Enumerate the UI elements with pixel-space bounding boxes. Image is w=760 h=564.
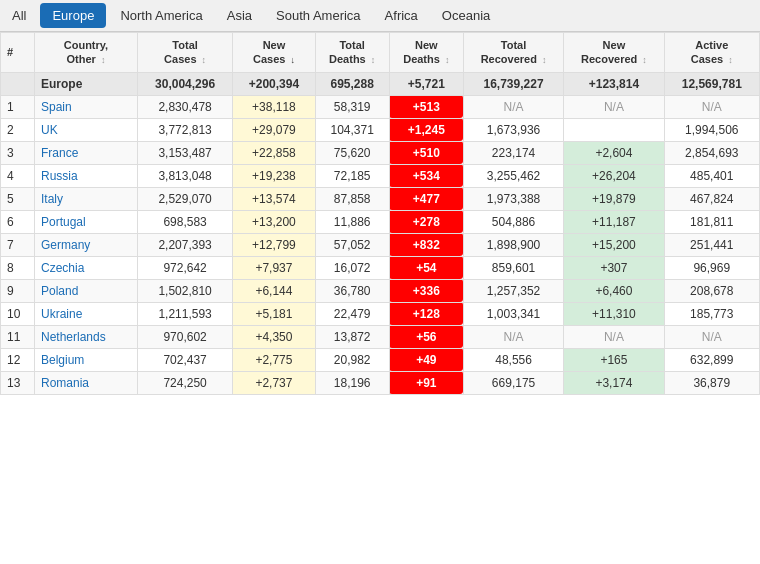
row-country[interactable]: Russia [35,164,138,187]
row-active-cases: N/A [664,95,759,118]
row-total-cases: 2,207,393 [137,233,232,256]
row-total-deaths: 58,319 [315,95,389,118]
row-new-deaths: +56 [389,325,463,348]
col-header-new-deaths[interactable]: NewDeaths ↕ [389,33,463,73]
tab-asia[interactable]: Asia [215,3,264,28]
row-active-cases: 2,854,693 [664,141,759,164]
row-total-cases: 970,602 [137,325,232,348]
country-link-romania[interactable]: Romania [41,376,89,390]
row-num: 1 [1,95,35,118]
tab-europe[interactable]: Europe [40,3,106,28]
data-table-wrap: #Country,Other ↕TotalCases ↕NewCases ↓To… [0,32,760,395]
tab-south-america[interactable]: South America [264,3,373,28]
row-new-recovered: +11,187 [564,210,664,233]
row-num: 2 [1,118,35,141]
row-country[interactable]: France [35,141,138,164]
row-country[interactable]: Germany [35,233,138,256]
col-header-total-recovered[interactable]: TotalRecovered ↕ [463,33,563,73]
col-header-active-cases[interactable]: ActiveCases ↕ [664,33,759,73]
summary-cell-2: 30,004,296 [137,72,232,95]
country-link-netherlands[interactable]: Netherlands [41,330,106,344]
row-country[interactable]: Poland [35,279,138,302]
country-link-belgium[interactable]: Belgium [41,353,84,367]
row-active-cases: 181,811 [664,210,759,233]
row-new-cases: +2,737 [233,371,315,394]
row-total-recovered: 1,898,900 [463,233,563,256]
row-total-deaths: 18,196 [315,371,389,394]
table-row: 11Netherlands970,602+4,35013,872+56N/AN/… [1,325,760,348]
country-link-portugal[interactable]: Portugal [41,215,86,229]
row-num: 12 [1,348,35,371]
summary-cell-7: +123,814 [564,72,664,95]
row-active-cases: 632,899 [664,348,759,371]
table-row: 8Czechia972,642+7,93716,072+54859,601+30… [1,256,760,279]
row-new-cases: +6,144 [233,279,315,302]
table-row: 2UK3,772,813+29,079104,371+1,2451,673,93… [1,118,760,141]
row-new-recovered [564,118,664,141]
row-total-cases: 3,813,048 [137,164,232,187]
row-new-cases: +22,858 [233,141,315,164]
row-country[interactable]: Romania [35,371,138,394]
row-total-deaths: 75,620 [315,141,389,164]
row-new-cases: +29,079 [233,118,315,141]
sort-icon: ↓ [290,55,295,65]
row-total-cases: 698,583 [137,210,232,233]
row-new-recovered: +3,174 [564,371,664,394]
row-new-recovered: +2,604 [564,141,664,164]
row-total-recovered: 1,257,352 [463,279,563,302]
col-header-new-recovered[interactable]: NewRecovered ↕ [564,33,664,73]
summary-cell-3: +200,394 [233,72,315,95]
row-new-recovered: +6,460 [564,279,664,302]
row-num: 8 [1,256,35,279]
country-link-ukraine[interactable]: Ukraine [41,307,82,321]
country-link-poland[interactable]: Poland [41,284,78,298]
country-link-uk[interactable]: UK [41,123,58,137]
tab-oceania[interactable]: Oceania [430,3,502,28]
row-country[interactable]: Belgium [35,348,138,371]
country-link-germany[interactable]: Germany [41,238,90,252]
row-new-deaths: +278 [389,210,463,233]
col-header-new-cases[interactable]: NewCases ↓ [233,33,315,73]
row-country[interactable]: Portugal [35,210,138,233]
country-link-spain[interactable]: Spain [41,100,72,114]
row-new-cases: +4,350 [233,325,315,348]
tab-all[interactable]: All [0,3,38,28]
tab-africa[interactable]: Africa [373,3,430,28]
row-country[interactable]: Spain [35,95,138,118]
row-country[interactable]: Italy [35,187,138,210]
row-total-cases: 2,830,478 [137,95,232,118]
country-link-czechia[interactable]: Czechia [41,261,84,275]
summary-cell-8: 12,569,781 [664,72,759,95]
row-active-cases: 1,994,506 [664,118,759,141]
row-new-deaths: +49 [389,348,463,371]
row-country[interactable]: Ukraine [35,302,138,325]
col-header-total-deaths[interactable]: TotalDeaths ↕ [315,33,389,73]
sort-icon: ↕ [371,55,376,65]
table-row: 5Italy2,529,070+13,57487,858+4771,973,38… [1,187,760,210]
sort-icon: ↕ [642,55,647,65]
row-new-cases: +13,200 [233,210,315,233]
row-total-deaths: 72,185 [315,164,389,187]
country-link-italy[interactable]: Italy [41,192,63,206]
col-header-total-cases[interactable]: TotalCases ↕ [137,33,232,73]
row-country[interactable]: Netherlands [35,325,138,348]
row-num: 13 [1,371,35,394]
country-link-russia[interactable]: Russia [41,169,78,183]
table-row: 9Poland1,502,810+6,14436,780+3361,257,35… [1,279,760,302]
tab-bar: AllEuropeNorth AmericaAsiaSouth AmericaA… [0,0,760,32]
row-new-recovered: N/A [564,325,664,348]
country-link-france[interactable]: France [41,146,78,160]
row-active-cases: 208,678 [664,279,759,302]
row-total-deaths: 13,872 [315,325,389,348]
tab-north-america[interactable]: North America [108,3,214,28]
summary-cell-1: Europe [35,72,138,95]
table-row: 7Germany2,207,393+12,79957,052+8321,898,… [1,233,760,256]
sort-icon: ↕ [202,55,207,65]
row-active-cases: 96,969 [664,256,759,279]
row-total-cases: 3,153,487 [137,141,232,164]
row-country[interactable]: UK [35,118,138,141]
row-new-cases: +12,799 [233,233,315,256]
row-num: 4 [1,164,35,187]
col-header-country[interactable]: Country,Other ↕ [35,33,138,73]
row-country[interactable]: Czechia [35,256,138,279]
